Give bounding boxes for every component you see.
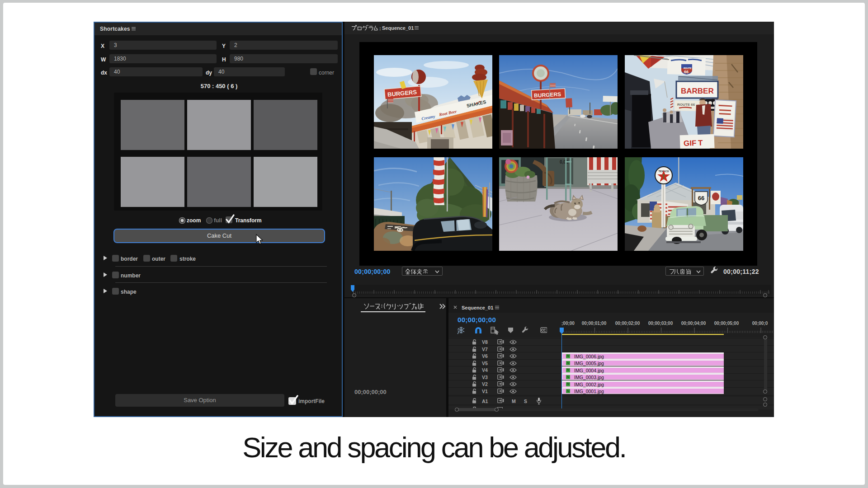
svg-text:66: 66 — [698, 195, 704, 202]
svg-text:BARBER: BARBER — [681, 87, 714, 95]
svg-text:GIF: GIF — [684, 139, 697, 148]
svg-text:66: 66 — [684, 70, 689, 74]
svg-text:ROUTE 66: ROUTE 66 — [677, 103, 695, 107]
svg-text::: : — [379, 26, 381, 31]
svg-text:T: T — [698, 139, 703, 147]
